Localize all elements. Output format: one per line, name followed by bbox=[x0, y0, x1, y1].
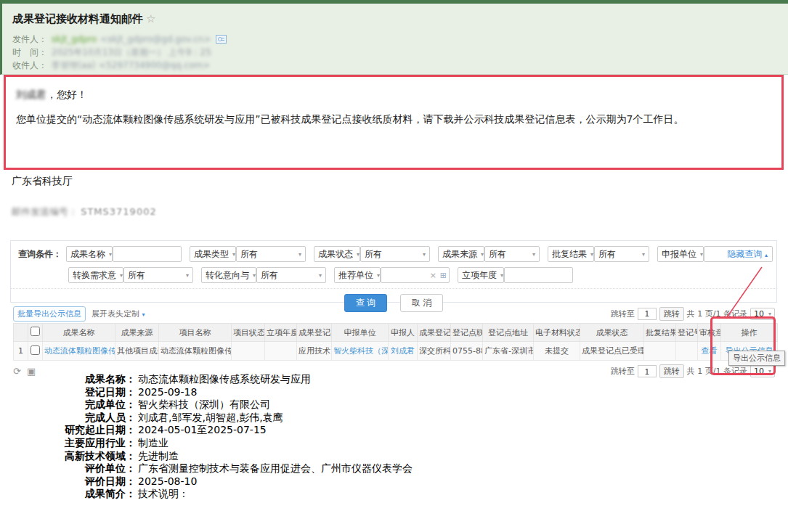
email-signature: 广东省科技厅 bbox=[12, 175, 73, 188]
refresh-icon[interactable]: ⟳ bbox=[13, 366, 21, 377]
field-select-transform-intent[interactable]: 转化意向与▾ bbox=[201, 267, 256, 283]
declare-person-link[interactable]: 刘成君 bbox=[391, 346, 415, 356]
detail-row: 主要应用行业：制造业 bbox=[54, 437, 413, 450]
project-year-input[interactable] bbox=[504, 267, 573, 283]
to-label: 收件人： bbox=[12, 59, 47, 72]
col-declare-person: 申报人 bbox=[389, 324, 418, 342]
col-declare-org: 申报单位 bbox=[332, 324, 389, 342]
field-select-approval-result[interactable]: 批复结果▾ bbox=[548, 246, 594, 262]
col-result-status: 成果状态 bbox=[580, 324, 644, 342]
contact-card-icon[interactable] bbox=[216, 35, 227, 44]
chevron-down-icon: ▾ bbox=[253, 272, 256, 279]
star-icon[interactable]: ☆ bbox=[146, 12, 155, 25]
cell-reg-no bbox=[676, 342, 698, 361]
chevron-down-icon: ▾ bbox=[500, 272, 503, 279]
export-tooltip: 导出公示信息 bbox=[728, 351, 785, 366]
pagination-bottom: 跳转至 跳转 共 1 页/1 条记录 10▾ bbox=[611, 364, 775, 378]
query-condition-label: 查询条件： bbox=[18, 248, 62, 261]
declare-org-link[interactable]: 智火柴科技（深圳）有... bbox=[333, 346, 389, 356]
chevron-down-icon: ▾ bbox=[109, 251, 112, 258]
expand-header-link[interactable]: 展开表头定制 ▾ bbox=[92, 308, 145, 319]
row-seq: 1 bbox=[14, 342, 28, 361]
page-jump-input[interactable] bbox=[638, 308, 657, 320]
chevron-down-icon: ▾ bbox=[377, 272, 380, 279]
jump-button[interactable]: 跳转 bbox=[659, 364, 684, 378]
cell-source: 其他项目成果 bbox=[115, 342, 159, 361]
chevron-down-icon: ▾ bbox=[142, 311, 145, 318]
from-label: 发件人： bbox=[12, 33, 47, 46]
result-name-input[interactable] bbox=[113, 246, 182, 262]
chevron-down-icon: ▾ bbox=[298, 251, 301, 258]
table-row: 1 动态流体颗粒图像传感... 其他项目成果 动态流体颗粒图像传感... 应用技… bbox=[14, 342, 778, 361]
jump-button[interactable]: 跳转 bbox=[659, 307, 684, 321]
field-select-declare-org[interactable]: 申报单位▾ bbox=[657, 246, 704, 262]
page-size-select[interactable]: 10▾ bbox=[750, 308, 775, 320]
field-select-recommend-org[interactable]: 推荐单位▾ bbox=[334, 267, 381, 283]
field-select-result-type[interactable]: 成果类型▾ bbox=[190, 246, 236, 262]
email-body-text: 您单位提交的“动态流体颗粒图像传感系统研发与应用”已被科技成果登记点接收纸质材料… bbox=[16, 111, 771, 127]
cell-proj-status bbox=[232, 342, 265, 361]
col-result-source: 成果来源 bbox=[115, 324, 159, 342]
field-select-result-name[interactable]: 成果名称▾ bbox=[66, 246, 113, 262]
chevron-down-icon: ▾ bbox=[357, 251, 360, 258]
col-project-name: 项目名称 bbox=[159, 324, 232, 342]
email-subject: 成果登记接收材料通知邮件☆ bbox=[12, 12, 776, 26]
chevron-down-icon: ▾ bbox=[481, 251, 484, 258]
picker-icon[interactable]: ⊞ bbox=[440, 271, 447, 280]
field-select-result-source[interactable]: 成果来源▾ bbox=[438, 246, 484, 262]
col-project-status: 项目状态 bbox=[232, 324, 265, 342]
transform-intent-value-select[interactable]: 所有▾ bbox=[256, 267, 326, 283]
col-result-name: 成果名称 bbox=[43, 324, 115, 342]
transfer-demand-value-select[interactable]: 所有▾ bbox=[123, 267, 193, 283]
batch-export-button[interactable]: 批量导出公示信息 bbox=[13, 306, 86, 322]
row-checkbox[interactable] bbox=[31, 345, 40, 355]
detail-row: 成果名称：动态流体颗粒图像传感系统研发与应用 bbox=[54, 373, 413, 386]
result-name-link[interactable]: 动态流体颗粒图像传感... bbox=[44, 346, 115, 356]
col-reg-no: 登记号 bbox=[676, 324, 698, 342]
col-approval-result: 批复结果 bbox=[644, 324, 676, 342]
time-label: 时 间： bbox=[12, 46, 47, 59]
chevron-up-icon: ▴ bbox=[765, 252, 768, 258]
grid-view-icon[interactable]: ▣ bbox=[27, 366, 36, 377]
result-status-value-select[interactable]: 所有▾ bbox=[360, 246, 430, 262]
approval-result-value-select[interactable]: 所有▾ bbox=[594, 246, 649, 262]
field-select-result-status[interactable]: 成果状态▾ bbox=[314, 246, 360, 262]
cell-reg-type: 应用技术 bbox=[297, 342, 332, 361]
cell-contact: 0755-886... bbox=[451, 342, 483, 361]
chevron-down-icon: ▾ bbox=[642, 251, 645, 258]
page-size-select[interactable]: 10▾ bbox=[750, 365, 775, 377]
to-name[interactable]: 李管理(aa) bbox=[52, 59, 95, 72]
select-all-checkbox[interactable] bbox=[31, 327, 40, 336]
result-type-value-select[interactable]: 所有▾ bbox=[236, 246, 306, 262]
greeting-text: ，您好！ bbox=[46, 89, 87, 100]
result-source-value-select[interactable]: 所有▾ bbox=[484, 246, 540, 262]
pagination-top: 跳转至 跳转 共 1 页/1 条记录 10▾ bbox=[611, 307, 775, 321]
hide-query-link[interactable]: 隐藏查询 ▴ bbox=[727, 248, 768, 261]
from-name[interactable]: skjt_gdpro bbox=[52, 33, 97, 46]
from-address: <skjt_gdpro@gd.gov.cn> bbox=[100, 33, 211, 46]
recommend-org-input[interactable] bbox=[381, 267, 450, 283]
cell-year bbox=[265, 342, 297, 361]
chevron-down-icon: ▾ bbox=[590, 251, 593, 258]
jump-to-label: 跳转至 bbox=[611, 308, 635, 319]
chevron-down-icon: ▾ bbox=[186, 272, 189, 279]
field-select-transfer-demand[interactable]: 转换需求意▾ bbox=[68, 267, 123, 283]
col-reg-type: 成果登记类型 bbox=[297, 324, 332, 342]
result-detail-list: 成果名称：动态流体颗粒图像传感系统研发与应用 登记日期：2025-09-18 完… bbox=[54, 373, 413, 501]
greeting-name: 刘成君 bbox=[16, 89, 46, 100]
query-row-2: 转换需求意▾ 所有▾ 转化意向与▾ 所有▾ 推荐单位▾ × ⊞ 立项年度▾ bbox=[68, 267, 769, 283]
col-project-year: 立项年度 bbox=[265, 324, 297, 342]
chevron-down-icon: ▾ bbox=[768, 368, 771, 375]
cell-address: 广东省-深圳市 bbox=[483, 342, 534, 361]
email-header: 成果登记接收材料通知邮件☆ 发件人： skjt_gdpro <skjt_gdpr… bbox=[0, 4, 788, 75]
field-select-project-year[interactable]: 立项年度▾ bbox=[458, 267, 504, 283]
review-link[interactable]: 查看 bbox=[702, 346, 718, 356]
cell-project: 动态流体颗粒图像传感... bbox=[159, 342, 232, 361]
detail-row: 完成人员：刘成君,邹军发,胡智超,彭伟,袁鹰 bbox=[54, 412, 413, 425]
page-jump-input[interactable] bbox=[638, 365, 657, 377]
chevron-down-icon: ▾ bbox=[319, 272, 322, 279]
detail-row: 登记日期：2025-09-18 bbox=[54, 386, 413, 399]
seq-header bbox=[14, 324, 28, 342]
clear-icon[interactable]: × bbox=[430, 271, 436, 280]
record-count-label: 共 1 页/1 条记录 bbox=[687, 308, 747, 319]
